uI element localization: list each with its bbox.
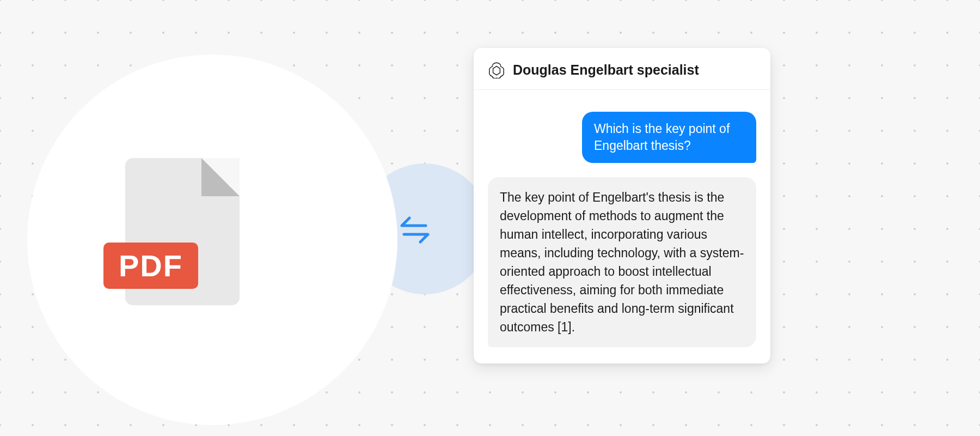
pdf-file-icon: PDF: [125, 158, 240, 305]
chat-body: Which is the key point of Engelbart thes…: [474, 90, 770, 364]
pdf-badge: PDF: [103, 243, 198, 289]
user-message-bubble: Which is the key point of Engelbart thes…: [582, 112, 756, 163]
assistant-message-bubble: The key point of Engelbart's thesis is t…: [488, 177, 756, 347]
assistant-message-row: The key point of Engelbart's thesis is t…: [488, 177, 756, 347]
user-message-row: Which is the key point of Engelbart thes…: [488, 112, 756, 163]
chat-card: Douglas Engelbart specialist Which is th…: [474, 48, 770, 364]
file-corner-fold: [201, 158, 240, 196]
swap-arrows-icon: [397, 213, 432, 247]
chat-header: Douglas Engelbart specialist: [474, 48, 770, 90]
openai-logo-icon: [488, 61, 505, 78]
chat-title: Douglas Engelbart specialist: [513, 62, 699, 78]
